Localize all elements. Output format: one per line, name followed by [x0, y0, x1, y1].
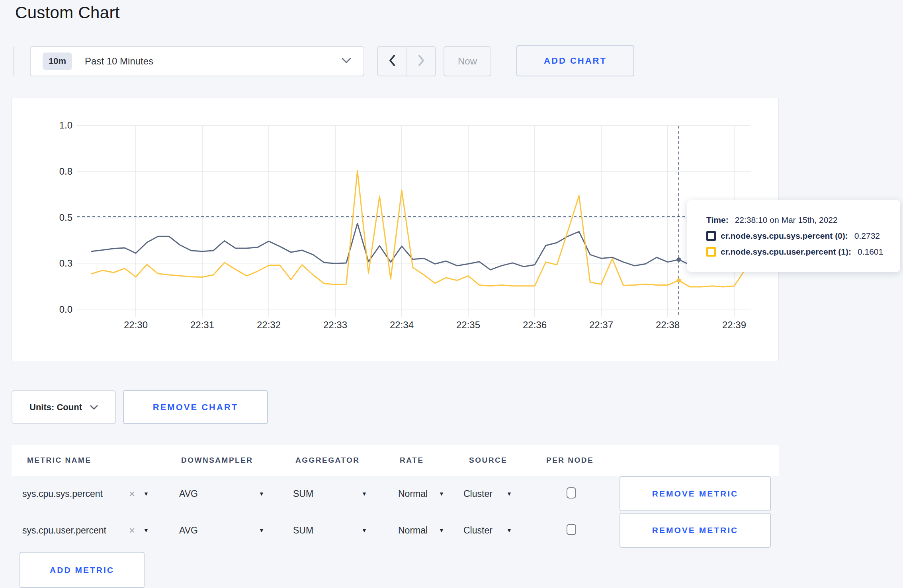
add-metric-button[interactable]: ADD METRIC: [20, 552, 145, 588]
col-header-rate: RATE: [400, 445, 424, 476]
tooltip-series-value: 0.2732: [854, 231, 880, 241]
x-tick-label: 22:38: [644, 319, 692, 331]
tooltip-series-row: cr.node.sys.cpu.user.percent (1): 0.1601: [706, 247, 900, 257]
aggregator-select[interactable]: SUM: [293, 476, 313, 511]
x-tick-label: 22:31: [178, 319, 226, 331]
add-chart-button[interactable]: ADD CHART: [516, 45, 634, 76]
time-range-select[interactable]: 10m Past 10 Minutes: [30, 46, 364, 76]
remove-metric-x-icon[interactable]: ×: [129, 513, 135, 548]
metrics-table-header: METRIC NAME DOWNSAMPLER AGGREGATOR RATE …: [12, 445, 779, 476]
metric-table-row: sys.cpu.user.percent × ▼ AVG ▼ SUM ▼ Nor…: [12, 513, 779, 548]
tooltip-series-label: cr.node.sys.cpu.user.percent (1):: [721, 247, 851, 257]
y-tick-label: 1.0: [28, 120, 72, 131]
toolbar-divider: [14, 47, 14, 76]
chevron-down-icon: [341, 57, 352, 66]
sys-series-swatch-icon: [706, 231, 716, 241]
units-select[interactable]: Units: Count: [12, 390, 116, 424]
metric-name-value[interactable]: sys.cpu.user.percent: [22, 513, 106, 548]
aggregator-caret-icon[interactable]: ▼: [362, 513, 367, 548]
per-node-checkbox[interactable]: [567, 524, 576, 535]
source-caret-icon[interactable]: ▼: [506, 513, 512, 548]
per-node-checkbox[interactable]: [567, 487, 576, 498]
x-tick-label: 22:33: [311, 319, 359, 331]
y-tick-label: 0.5: [28, 212, 72, 223]
tooltip-series-value: 0.1601: [858, 247, 883, 257]
remove-metric-button[interactable]: REMOVE METRIC: [620, 476, 771, 511]
now-button[interactable]: Now: [444, 46, 491, 76]
rate-select[interactable]: Normal: [398, 513, 428, 548]
metric-name-caret-icon[interactable]: ▼: [143, 513, 149, 548]
source-caret-icon[interactable]: ▼: [506, 476, 512, 511]
x-axis-labels: 22:3022:3122:3222:3322:3422:3522:3622:37…: [12, 319, 778, 335]
downsampler-select[interactable]: AVG: [179, 476, 198, 511]
tooltip-series-label: cr.node.sys.cpu.sys.percent (0):: [721, 231, 848, 241]
downsampler-caret-icon[interactable]: ▼: [259, 476, 264, 511]
remove-metric-x-icon[interactable]: ×: [129, 476, 135, 511]
crosshair-dot: [676, 278, 681, 282]
remove-metric-button[interactable]: REMOVE METRIC: [620, 513, 771, 548]
x-tick-label: 22:37: [577, 319, 625, 331]
col-header-metric-name: METRIC NAME: [27, 445, 92, 476]
chevron-down-icon: [90, 402, 98, 413]
aggregator-caret-icon[interactable]: ▼: [362, 476, 367, 511]
tooltip-time-row: Time: 22:38:10 on Mar 15th, 2022: [706, 215, 900, 225]
crosshair-dot: [676, 257, 681, 262]
chevron-left-icon: [387, 53, 397, 69]
chevron-right-icon: [416, 53, 426, 69]
x-tick-label: 22:39: [710, 319, 758, 331]
custom-chart-page: { "page": { "title": "Custom Chart", "ba…: [0, 0, 903, 588]
source-select[interactable]: Cluster: [463, 513, 493, 548]
tooltip-time-value: 22:38:10 on Mar 15th, 2022: [735, 215, 838, 225]
col-header-aggregator: AGGREGATOR: [295, 445, 360, 476]
y-tick-label: 0.0: [28, 304, 72, 315]
tooltip-time-label: Time:: [706, 215, 729, 225]
metric-name-value[interactable]: sys.cpu.sys.percent: [22, 476, 103, 511]
time-forward-button[interactable]: [407, 46, 436, 76]
rate-caret-icon[interactable]: ▼: [439, 513, 444, 548]
page-title: Custom Chart: [15, 3, 120, 22]
rate-caret-icon[interactable]: ▼: [439, 476, 444, 511]
metric-table-row: sys.cpu.sys.percent × ▼ AVG ▼ SUM ▼ Norm…: [12, 476, 779, 511]
aggregator-select[interactable]: SUM: [293, 513, 313, 548]
y-tick-label: 0.3: [28, 258, 72, 269]
x-tick-label: 22:32: [245, 319, 293, 331]
time-range-label: Past 10 Minutes: [85, 56, 153, 67]
chart-tooltip: Time: 22:38:10 on Mar 15th, 2022 cr.node…: [687, 200, 900, 272]
remove-chart-button[interactable]: REMOVE CHART: [123, 390, 268, 424]
tooltip-series-row: cr.node.sys.cpu.sys.percent (0): 0.2732: [706, 231, 900, 241]
y-tick-label: 0.8: [28, 166, 72, 177]
units-label: Units: Count: [29, 402, 82, 413]
downsampler-caret-icon[interactable]: ▼: [259, 513, 264, 548]
col-header-downsampler: DOWNSAMPLER: [181, 445, 253, 476]
series-line: [92, 223, 745, 270]
time-nav-group: [377, 46, 436, 76]
series-line: [92, 171, 745, 287]
col-header-per-node: PER NODE: [546, 445, 594, 476]
x-tick-label: 22:34: [378, 319, 426, 331]
chart-card: 0.00.30.50.81.0 22:3022:3122:3222:3322:3…: [12, 98, 779, 361]
x-tick-label: 22:36: [511, 319, 559, 331]
col-header-source: SOURCE: [469, 445, 507, 476]
downsampler-select[interactable]: AVG: [179, 513, 198, 548]
metric-name-caret-icon[interactable]: ▼: [143, 476, 149, 511]
time-back-button[interactable]: [377, 46, 407, 76]
user-series-swatch-icon: [706, 247, 716, 257]
rate-select[interactable]: Normal: [398, 476, 428, 511]
time-range-badge: 10m: [43, 53, 72, 70]
source-select[interactable]: Cluster: [463, 476, 493, 511]
x-tick-label: 22:30: [112, 319, 160, 331]
x-tick-label: 22:35: [444, 319, 492, 331]
